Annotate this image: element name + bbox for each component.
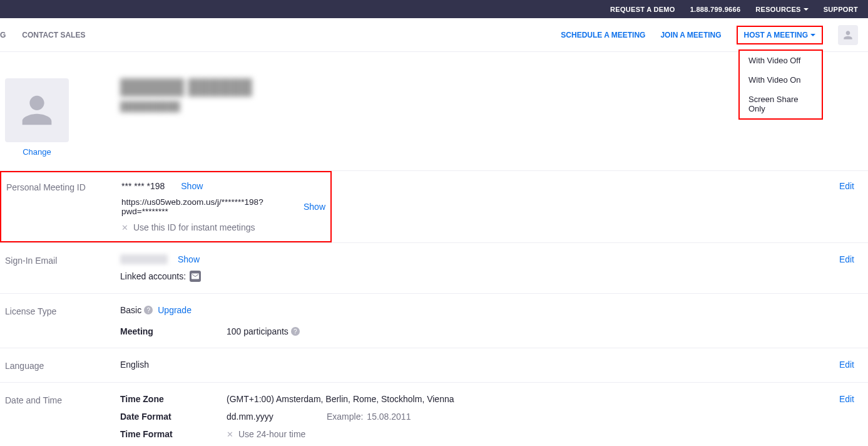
host-meeting-label: HOST A MEETING xyxy=(744,31,808,39)
person-icon xyxy=(842,29,854,41)
x-icon: ✕ xyxy=(121,223,128,232)
pmi-section-wrap: Personal Meeting ID *** *** *198 Show ht… xyxy=(0,170,868,242)
language-value: English xyxy=(120,360,149,370)
pmi-instant-text: Use this ID for instant meetings xyxy=(133,222,255,232)
chevron-down-icon xyxy=(810,34,815,36)
user-avatar-small[interactable] xyxy=(838,25,858,45)
request-demo-link[interactable]: REQUEST A DEMO xyxy=(610,6,675,13)
navbar-left: G CONTACT SALES xyxy=(0,31,85,39)
resources-menu[interactable]: RESOURCES xyxy=(755,6,808,13)
license-section: License Type Basic ? Upgrade Meeting 100… xyxy=(0,293,868,348)
signin-edit[interactable]: Edit xyxy=(839,254,854,264)
nav-partial[interactable]: G xyxy=(0,31,6,39)
help-icon[interactable]: ? xyxy=(144,306,153,314)
resources-label: RESOURCES xyxy=(755,6,800,13)
df-example-prefix: Example: xyxy=(327,412,363,422)
language-edit[interactable]: Edit xyxy=(839,360,854,370)
signin-section: Edit Sign-In Email Show Linked accounts: xyxy=(0,242,868,293)
tz-value: (GMT+1:00) Amsterdam, Berlin, Rome, Stoc… xyxy=(227,394,454,404)
pmi-url: https://us05web.zoom.us/j/*******198?pwd… xyxy=(121,197,292,216)
pmi-values: *** *** *198 Show https://us05web.zoom.u… xyxy=(121,181,325,232)
sub-name: █████████ xyxy=(120,101,252,112)
license-meeting-label: Meeting xyxy=(120,326,227,336)
datetime-section: Edit Date and Time Time Zone (GMT+1:00) … xyxy=(0,382,868,446)
content: Change ██████ ██████ █████████ Personal … xyxy=(0,52,868,446)
tf-label: Time Format xyxy=(120,429,227,439)
tf-value: Use 24-hour time xyxy=(238,429,305,439)
datetime-edit[interactable]: Edit xyxy=(839,394,854,404)
df-example-value: 15.08.2011 xyxy=(367,412,411,422)
license-participants: 100 participants xyxy=(227,326,288,336)
pmi-label: Personal Meeting ID xyxy=(6,181,121,192)
pmi-edit[interactable]: Edit xyxy=(839,181,854,191)
mail-icon xyxy=(190,271,201,282)
avatar-large xyxy=(5,78,69,142)
pmi-show-id[interactable]: Show xyxy=(181,181,203,191)
linked-accounts-label: Linked accounts: xyxy=(120,271,186,281)
x-icon: ✕ xyxy=(227,430,233,439)
language-label: Language xyxy=(5,360,120,371)
phone-number[interactable]: 1.888.799.9666 xyxy=(690,6,741,13)
change-avatar-link[interactable]: Change xyxy=(23,147,51,157)
topbar: REQUEST A DEMO 1.888.799.9666 RESOURCES … xyxy=(0,0,868,18)
license-basic: Basic xyxy=(120,305,141,315)
signin-label: Sign-In Email xyxy=(5,254,120,266)
navbar: G CONTACT SALES SCHEDULE A MEETING JOIN … xyxy=(0,18,868,52)
chevron-down-icon xyxy=(804,8,809,11)
df-value: dd.mm.yyyy xyxy=(227,412,327,422)
pmi-highlight-box: Personal Meeting ID *** *** *198 Show ht… xyxy=(0,171,332,242)
signin-email-blurred xyxy=(120,254,168,264)
dropdown-video-on[interactable]: With Video On xyxy=(740,70,822,90)
datetime-label: Date and Time xyxy=(5,394,120,405)
help-icon[interactable]: ? xyxy=(291,327,300,336)
dropdown-video-off[interactable]: With Video Off xyxy=(740,51,822,70)
schedule-meeting-link[interactable]: SCHEDULE A MEETING xyxy=(561,31,645,39)
person-icon xyxy=(15,88,59,132)
host-meeting-dropdown: With Video Off With Video On Screen Shar… xyxy=(738,49,823,120)
profile-header: Change ██████ ██████ █████████ xyxy=(0,78,868,170)
avatar-box: Change xyxy=(5,78,69,157)
license-label: License Type xyxy=(5,305,120,316)
profile-names: ██████ ██████ █████████ xyxy=(69,78,252,157)
signin-show[interactable]: Show xyxy=(178,254,200,264)
contact-sales-link[interactable]: CONTACT SALES xyxy=(22,31,85,39)
display-name: ██████ ██████ xyxy=(120,78,252,96)
host-meeting-button[interactable]: HOST A MEETING With Video Off With Video… xyxy=(737,26,823,44)
support-link[interactable]: SUPPORT xyxy=(824,6,858,13)
navbar-right: SCHEDULE A MEETING JOIN A MEETING HOST A… xyxy=(561,25,858,45)
join-meeting-link[interactable]: JOIN A MEETING xyxy=(660,31,721,39)
df-label: Date Format xyxy=(120,412,227,422)
dropdown-screen-share[interactable]: Screen Share Only xyxy=(740,90,822,118)
upgrade-link[interactable]: Upgrade xyxy=(158,305,191,315)
language-section: Edit Language English xyxy=(0,348,868,382)
tz-label: Time Zone xyxy=(120,394,227,404)
pmi-show-url[interactable]: Show xyxy=(304,202,325,212)
pmi-id: *** *** *198 xyxy=(121,181,165,191)
